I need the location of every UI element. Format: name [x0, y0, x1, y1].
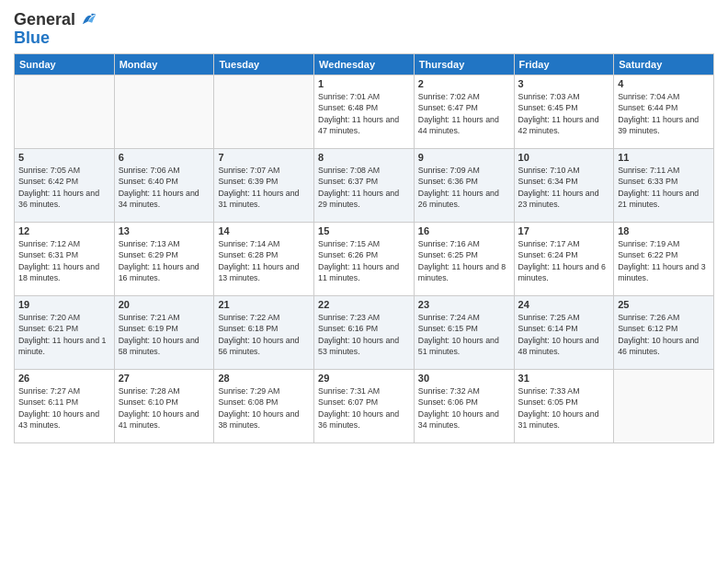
calendar-cell: 31Sunrise: 7:33 AM Sunset: 6:05 PM Dayli… [514, 370, 614, 443]
logo-bird-icon [77, 9, 97, 29]
day-number: 29 [318, 373, 410, 384]
day-number: 22 [318, 299, 410, 310]
calendar-cell: 13Sunrise: 7:13 AM Sunset: 6:29 PM Dayli… [114, 223, 214, 296]
calendar-cell: 1Sunrise: 7:01 AM Sunset: 6:48 PM Daylig… [314, 75, 415, 149]
day-info: Sunrise: 7:32 AM Sunset: 6:06 PM Dayligh… [418, 385, 510, 431]
day-info: Sunrise: 7:09 AM Sunset: 6:36 PM Dayligh… [418, 165, 510, 210]
calendar-cell: 30Sunrise: 7:32 AM Sunset: 6:06 PM Dayli… [414, 370, 514, 443]
calendar-cell: 20Sunrise: 7:21 AM Sunset: 6:19 PM Dayli… [114, 296, 214, 370]
day-info: Sunrise: 7:07 AM Sunset: 6:39 PM Dayligh… [218, 165, 310, 210]
day-number: 16 [418, 225, 510, 236]
day-info: Sunrise: 7:16 AM Sunset: 6:25 PM Dayligh… [418, 238, 510, 283]
day-info: Sunrise: 7:19 AM Sunset: 6:22 PM Dayligh… [618, 238, 710, 283]
day-number: 10 [518, 152, 610, 163]
day-info: Sunrise: 7:14 AM Sunset: 6:28 PM Dayligh… [218, 238, 310, 283]
day-number: 9 [418, 152, 510, 163]
calendar-cell: 19Sunrise: 7:20 AM Sunset: 6:21 PM Dayli… [15, 296, 115, 370]
day-info: Sunrise: 7:22 AM Sunset: 6:18 PM Dayligh… [218, 312, 310, 357]
calendar-cell: 4Sunrise: 7:04 AM Sunset: 6:44 PM Daylig… [614, 75, 714, 149]
calendar-cell: 11Sunrise: 7:11 AM Sunset: 6:33 PM Dayli… [614, 149, 714, 223]
calendar-cell: 14Sunrise: 7:14 AM Sunset: 6:28 PM Dayli… [214, 223, 314, 296]
day-info: Sunrise: 7:01 AM Sunset: 6:48 PM Dayligh… [318, 91, 410, 136]
day-number: 12 [18, 225, 110, 236]
calendar-cell: 22Sunrise: 7:23 AM Sunset: 6:16 PM Dayli… [314, 296, 415, 370]
day-number: 4 [618, 78, 710, 89]
day-number: 1 [318, 78, 410, 89]
day-number: 17 [518, 225, 610, 236]
calendar-cell: 9Sunrise: 7:09 AM Sunset: 6:36 PM Daylig… [414, 149, 514, 223]
day-info: Sunrise: 7:04 AM Sunset: 6:44 PM Dayligh… [618, 91, 710, 136]
day-number: 2 [418, 78, 510, 89]
calendar-cell [214, 75, 314, 149]
day-number: 24 [518, 299, 610, 310]
day-info: Sunrise: 7:23 AM Sunset: 6:16 PM Dayligh… [318, 312, 410, 357]
day-number: 6 [119, 152, 210, 163]
calendar-cell [15, 75, 115, 149]
weekday-header-friday: Friday [514, 54, 614, 75]
day-info: Sunrise: 7:08 AM Sunset: 6:37 PM Dayligh… [318, 165, 410, 210]
day-number: 5 [18, 152, 110, 163]
day-number: 11 [618, 152, 710, 163]
day-number: 7 [218, 152, 310, 163]
day-number: 15 [318, 225, 410, 236]
day-info: Sunrise: 7:20 AM Sunset: 6:21 PM Dayligh… [18, 312, 110, 357]
day-number: 30 [418, 373, 510, 384]
calendar-cell: 27Sunrise: 7:28 AM Sunset: 6:10 PM Dayli… [114, 370, 214, 443]
day-info: Sunrise: 7:17 AM Sunset: 6:24 PM Dayligh… [518, 238, 610, 283]
calendar-cell [114, 75, 214, 149]
day-info: Sunrise: 7:12 AM Sunset: 6:31 PM Dayligh… [18, 238, 110, 283]
logo-blue: Blue [14, 29, 97, 46]
day-number: 26 [18, 373, 110, 384]
logo: General Blue [14, 9, 97, 46]
day-info: Sunrise: 7:10 AM Sunset: 6:34 PM Dayligh… [518, 165, 610, 210]
calendar-cell: 8Sunrise: 7:08 AM Sunset: 6:37 PM Daylig… [314, 149, 415, 223]
calendar-table: SundayMondayTuesdayWednesdayThursdayFrid… [14, 53, 714, 443]
weekday-header-tuesday: Tuesday [214, 54, 314, 75]
day-number: 28 [218, 373, 310, 384]
calendar-cell: 16Sunrise: 7:16 AM Sunset: 6:25 PM Dayli… [414, 223, 514, 296]
calendar-cell: 6Sunrise: 7:06 AM Sunset: 6:40 PM Daylig… [114, 149, 214, 223]
day-info: Sunrise: 7:25 AM Sunset: 6:14 PM Dayligh… [518, 312, 610, 357]
weekday-header-row: SundayMondayTuesdayWednesdayThursdayFrid… [15, 54, 714, 75]
day-info: Sunrise: 7:33 AM Sunset: 6:05 PM Dayligh… [518, 385, 610, 431]
day-number: 20 [119, 299, 210, 310]
day-info: Sunrise: 7:21 AM Sunset: 6:19 PM Dayligh… [119, 312, 210, 357]
day-info: Sunrise: 7:28 AM Sunset: 6:10 PM Dayligh… [119, 385, 210, 431]
calendar-week-row: 19Sunrise: 7:20 AM Sunset: 6:21 PM Dayli… [15, 296, 714, 370]
day-number: 27 [119, 373, 210, 384]
calendar-cell: 25Sunrise: 7:26 AM Sunset: 6:12 PM Dayli… [614, 296, 714, 370]
calendar-cell: 15Sunrise: 7:15 AM Sunset: 6:26 PM Dayli… [314, 223, 415, 296]
weekday-header-thursday: Thursday [414, 54, 514, 75]
calendar-week-row: 5Sunrise: 7:05 AM Sunset: 6:42 PM Daylig… [15, 149, 714, 223]
calendar-week-row: 26Sunrise: 7:27 AM Sunset: 6:11 PM Dayli… [15, 370, 714, 443]
day-number: 8 [318, 152, 410, 163]
calendar-cell: 3Sunrise: 7:03 AM Sunset: 6:45 PM Daylig… [514, 75, 614, 149]
logo-general: General [14, 11, 75, 28]
calendar-cell: 10Sunrise: 7:10 AM Sunset: 6:34 PM Dayli… [514, 149, 614, 223]
day-number: 13 [119, 225, 210, 236]
calendar-cell: 2Sunrise: 7:02 AM Sunset: 6:47 PM Daylig… [414, 75, 514, 149]
day-info: Sunrise: 7:13 AM Sunset: 6:29 PM Dayligh… [119, 238, 210, 283]
day-info: Sunrise: 7:26 AM Sunset: 6:12 PM Dayligh… [618, 312, 710, 357]
day-number: 18 [618, 225, 710, 236]
day-number: 25 [618, 299, 710, 310]
logo-container: General Blue [14, 9, 97, 46]
calendar-cell: 18Sunrise: 7:19 AM Sunset: 6:22 PM Dayli… [614, 223, 714, 296]
calendar-cell: 17Sunrise: 7:17 AM Sunset: 6:24 PM Dayli… [514, 223, 614, 296]
calendar-cell: 12Sunrise: 7:12 AM Sunset: 6:31 PM Dayli… [15, 223, 115, 296]
day-info: Sunrise: 7:03 AM Sunset: 6:45 PM Dayligh… [518, 91, 610, 136]
calendar-week-row: 1Sunrise: 7:01 AM Sunset: 6:48 PM Daylig… [15, 75, 714, 149]
day-info: Sunrise: 7:05 AM Sunset: 6:42 PM Dayligh… [18, 165, 110, 210]
day-info: Sunrise: 7:24 AM Sunset: 6:15 PM Dayligh… [418, 312, 510, 357]
weekday-header-saturday: Saturday [614, 54, 714, 75]
day-number: 3 [518, 78, 610, 89]
header: General Blue [14, 9, 714, 46]
day-number: 19 [18, 299, 110, 310]
calendar-cell [614, 370, 714, 443]
calendar-cell: 28Sunrise: 7:29 AM Sunset: 6:08 PM Dayli… [214, 370, 314, 443]
calendar-cell: 5Sunrise: 7:05 AM Sunset: 6:42 PM Daylig… [15, 149, 115, 223]
calendar-week-row: 12Sunrise: 7:12 AM Sunset: 6:31 PM Dayli… [15, 223, 714, 296]
calendar-cell: 7Sunrise: 7:07 AM Sunset: 6:39 PM Daylig… [214, 149, 314, 223]
calendar-cell: 24Sunrise: 7:25 AM Sunset: 6:14 PM Dayli… [514, 296, 614, 370]
day-info: Sunrise: 7:06 AM Sunset: 6:40 PM Dayligh… [119, 165, 210, 210]
